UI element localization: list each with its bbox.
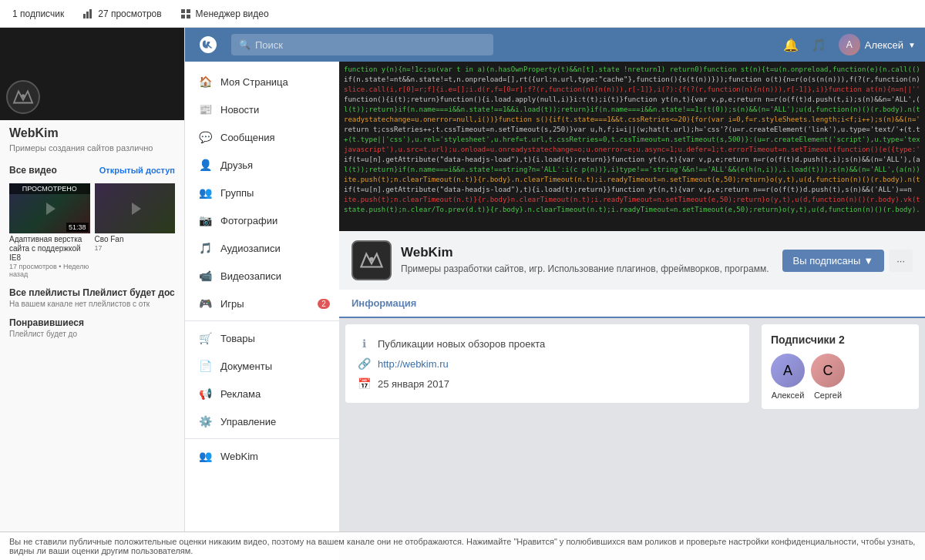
more-button[interactable]: ··· bbox=[889, 250, 913, 272]
message-icon: 💬 bbox=[197, 129, 213, 145]
subscriber-2[interactable]: С Сергей bbox=[811, 354, 845, 400]
games-icon: 🎮 bbox=[197, 296, 213, 311]
vk-topbar: 🔍 🔔 🎵 А Алексей ▼ bbox=[185, 28, 925, 62]
sidebar-label-photos: Фотографии bbox=[220, 215, 278, 226]
video-grid: ПРОСМОТРЕНО 51:38 Адаптивная верстка сай… bbox=[0, 179, 184, 283]
sidebar-item-photos[interactable]: 📷 Фотографии bbox=[185, 206, 339, 234]
groups-icon: 👥 bbox=[197, 185, 213, 200]
video-thumb-1[interactable]: ПРОСМОТРЕНО 51:38 bbox=[9, 183, 90, 233]
sidebar-item-audio[interactable]: 🎵 Аудиозаписи bbox=[185, 234, 339, 262]
subscriber-count: 1 подписчик bbox=[12, 8, 64, 19]
info-row-2: 🔗 http://webkim.ru bbox=[358, 354, 737, 374]
subscribe-button[interactable]: Вы подписаны ▼ bbox=[782, 250, 885, 272]
vk-user-menu[interactable]: А Алексей ▼ bbox=[839, 34, 916, 55]
code-line-vk-8: +(t.type||'css'),u.rel='stylesheet',u.hr… bbox=[344, 135, 920, 145]
sidebar-item-webkim[interactable]: 👥 WebKim bbox=[185, 442, 339, 470]
code-line-vk-15: state.push(t);n.clear/To.prev(d.t)}{r.bo… bbox=[344, 205, 920, 215]
subscriber-avatar-1: А bbox=[771, 354, 805, 387]
subscriber-1[interactable]: А Алексей bbox=[771, 354, 805, 400]
sidebar-label-messages: Сообщения bbox=[220, 132, 275, 143]
vk-right-panel: Подписчики 2 А Алексей С Сергей bbox=[755, 318, 925, 560]
vk-logo[interactable] bbox=[194, 31, 222, 59]
sidebar-label-video: Видеозаписи bbox=[220, 270, 281, 282]
code-line-vk-3: slice.call(i,r[0]=r;f]{i.e=[];i.d(r,f=[0… bbox=[344, 85, 920, 95]
video-item-2[interactable]: Сво Fan 17 bbox=[95, 183, 176, 278]
sidebar-item-ads[interactable]: 📢 Реклама bbox=[185, 380, 339, 407]
sidebar-item-management[interactable]: ⚙️ Управление bbox=[185, 407, 339, 435]
vk-profile-logo bbox=[352, 240, 392, 280]
video-item-1[interactable]: ПРОСМОТРЕНО 51:38 Адаптивная верстка сай… bbox=[9, 183, 90, 278]
sidebar-item-groups[interactable]: 👥 Группы bbox=[185, 179, 339, 206]
vk-search-box[interactable]: 🔍 bbox=[231, 34, 493, 55]
info-row-1: ℹ Публикации новых обзоров проекта bbox=[358, 334, 737, 354]
video-manager[interactable]: Менеджер видео bbox=[180, 8, 269, 19]
sidebar-item-docs[interactable]: 📄 Документы bbox=[185, 352, 339, 380]
notification-icon[interactable]: 🔔 bbox=[783, 38, 799, 52]
svg-marker-9 bbox=[132, 203, 141, 215]
link-icon: 🔗 bbox=[358, 357, 370, 370]
video-icon: 📹 bbox=[197, 268, 213, 283]
sidebar-label-groups: Группы bbox=[220, 187, 254, 199]
info-link[interactable]: http://webkim.ru bbox=[378, 358, 449, 370]
music-icon[interactable]: 🎵 bbox=[811, 38, 826, 52]
video-title-1: Адаптивная верстка сайта с поддержкой IE… bbox=[9, 235, 90, 263]
views-label: 27 просмотров bbox=[98, 8, 161, 19]
sidebar-label-friends: Друзья bbox=[220, 159, 253, 171]
sidebar-label-ads: Реклама bbox=[220, 388, 261, 400]
vk-profile-desc: Примеры разработки сайтов, игр. Использо… bbox=[401, 263, 773, 276]
svg-rect-6 bbox=[187, 15, 190, 18]
channel-header-bg bbox=[0, 28, 184, 120]
vk-profile-name: WebKim bbox=[401, 245, 773, 260]
video-meta-1: 17 просмотров • Неделю назад bbox=[9, 263, 90, 278]
sidebar-item-friends[interactable]: 👤 Друзья bbox=[185, 151, 339, 179]
sidebar-label-docs: Документы bbox=[220, 360, 272, 372]
svg-rect-2 bbox=[89, 9, 92, 18]
svg-rect-0 bbox=[83, 14, 86, 18]
liked-section: Понравившиеся Плейлист будет до bbox=[0, 313, 184, 343]
code-line-vk-4: function(){i(t);return}function(){i.load… bbox=[344, 95, 920, 105]
code-line-vk-2: if(n.state!=nt&&n.state!=t,n.onpreload=[… bbox=[344, 75, 920, 85]
sidebar-item-goods[interactable]: 🛒 Товары bbox=[185, 324, 339, 352]
vk-profile-actions: Вы подписаны ▼ ··· bbox=[782, 250, 913, 272]
svg-rect-3 bbox=[181, 9, 185, 13]
code-line-vk-14: ite.push(t);n.clearTimeout(n.t)}{r.body}… bbox=[344, 195, 920, 205]
subscriber-label: 1 подписчик bbox=[12, 8, 64, 19]
tab-information[interactable]: Информация bbox=[352, 290, 416, 318]
sidebar-item-video[interactable]: 📹 Видеозаписи bbox=[185, 262, 339, 290]
open-access-link[interactable]: Открытый доступ bbox=[99, 166, 175, 175]
viewed-badge: ПРОСМОТРЕНО bbox=[9, 183, 90, 194]
code-line-vk-9: javascript'),u.src=t.url);u.onload=u.onr… bbox=[344, 145, 920, 155]
vk-main: 🏠 Моя Страница 📰 Новости 💬 Сообщения 👤 Д… bbox=[185, 62, 925, 560]
code-line-vk-5: l(t));return}if(n.name===i&&n.state!==1&… bbox=[344, 105, 920, 115]
bar-chart-icon bbox=[82, 8, 93, 19]
sidebar-label-management: Управление bbox=[220, 416, 276, 428]
views-count: 27 просмотров bbox=[82, 8, 161, 19]
nav-divider-2 bbox=[185, 438, 339, 439]
vk-overlay: 🔍 🔔 🎵 А Алексей ▼ 🏠 Моя Страница 📰 Новос… bbox=[185, 28, 925, 560]
settings-icon: ⚙️ bbox=[197, 414, 213, 429]
playlist-title: Все плейлисты Плейлист будет дос bbox=[9, 287, 175, 298]
vk-profile-area: WebKim Примеры разработки сайтов, игр. И… bbox=[339, 231, 925, 290]
code-line-vk-13: if(t=u[n].getAttribute("data-headjs-load… bbox=[344, 185, 920, 195]
chevron-down-icon: ▼ bbox=[863, 255, 873, 267]
youtube-topbar: 1 подписчик 27 просмотров Менеджер видео bbox=[0, 0, 925, 28]
video-title-2: Сво Fan bbox=[95, 235, 176, 244]
channel-logo bbox=[6, 80, 40, 114]
info-date: 25 января 2017 bbox=[378, 378, 449, 390]
search-input[interactable] bbox=[255, 39, 486, 51]
sidebar-item-news[interactable]: 📰 Новости bbox=[185, 96, 339, 123]
subscriber-avatars: А Алексей С Сергей bbox=[771, 354, 910, 400]
shop-icon: 🛒 bbox=[197, 330, 213, 346]
sidebar-item-games[interactable]: 🎮 Игры 2 bbox=[185, 290, 339, 317]
sidebar-label-goods: Товары bbox=[220, 333, 255, 344]
vk-sidebar: 🏠 Моя Страница 📰 Новости 💬 Сообщения 👤 Д… bbox=[185, 62, 339, 560]
video-thumb-bg-2 bbox=[95, 183, 176, 233]
vk-content: function y(n){n=!1c;su(var t in a)(n.has… bbox=[339, 62, 925, 560]
grid-icon bbox=[180, 8, 191, 19]
all-videos-title: Все видео Открытый доступ bbox=[0, 159, 184, 179]
video-thumb-2[interactable] bbox=[95, 183, 176, 233]
code-line-vk-12: ite.push(t);n.clearTimeout(n.t)}{r.body}… bbox=[344, 175, 920, 185]
vk-user-avatar: А bbox=[839, 34, 860, 55]
sidebar-item-mypage[interactable]: 🏠 Моя Страница bbox=[185, 68, 339, 96]
sidebar-item-messages[interactable]: 💬 Сообщения bbox=[185, 123, 339, 151]
